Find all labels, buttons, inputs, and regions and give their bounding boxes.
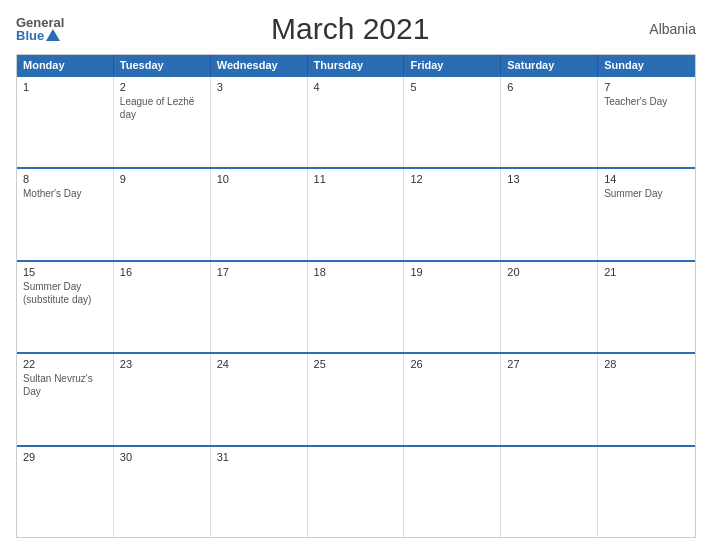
cal-cell-w3-d3: 17 xyxy=(211,262,308,352)
cal-cell-w2-d1: 8Mother's Day xyxy=(17,169,114,259)
day-number: 7 xyxy=(604,81,689,93)
cal-cell-w4-d5: 26 xyxy=(404,354,501,444)
country-label: Albania xyxy=(636,21,696,37)
cal-cell-w3-d7: 21 xyxy=(598,262,695,352)
day-number: 9 xyxy=(120,173,204,185)
day-event: Summer Day xyxy=(604,188,662,199)
cal-cell-w3-d6: 20 xyxy=(501,262,598,352)
day-number: 16 xyxy=(120,266,204,278)
cal-cell-w1-d1: 1 xyxy=(17,77,114,167)
header-saturday: Saturday xyxy=(501,55,598,75)
cal-cell-w4-d6: 27 xyxy=(501,354,598,444)
header-tuesday: Tuesday xyxy=(114,55,211,75)
calendar-week-3: 15Summer Day (substitute day)16171819202… xyxy=(17,260,695,352)
cal-cell-w5-d6 xyxy=(501,447,598,537)
cal-cell-w2-d4: 11 xyxy=(308,169,405,259)
cal-cell-w3-d1: 15Summer Day (substitute day) xyxy=(17,262,114,352)
cal-cell-w1-d4: 4 xyxy=(308,77,405,167)
cal-cell-w2-d2: 9 xyxy=(114,169,211,259)
header: General Blue March 2021 Albania xyxy=(16,12,696,46)
day-number: 13 xyxy=(507,173,591,185)
cal-cell-w3-d4: 18 xyxy=(308,262,405,352)
day-number: 8 xyxy=(23,173,107,185)
day-number: 10 xyxy=(217,173,301,185)
day-number: 5 xyxy=(410,81,494,93)
day-number: 2 xyxy=(120,81,204,93)
day-event: Mother's Day xyxy=(23,188,82,199)
cal-cell-w5-d2: 30 xyxy=(114,447,211,537)
day-number: 30 xyxy=(120,451,204,463)
cal-cell-w2-d7: 14Summer Day xyxy=(598,169,695,259)
day-event: Sultan Nevruz's Day xyxy=(23,373,93,397)
cal-cell-w5-d4 xyxy=(308,447,405,537)
cal-cell-w1-d7: 7Teacher's Day xyxy=(598,77,695,167)
calendar-week-1: 12League of Lezhë day34567Teacher's Day xyxy=(17,75,695,167)
cal-cell-w5-d3: 31 xyxy=(211,447,308,537)
logo: General Blue xyxy=(16,16,64,42)
day-number: 14 xyxy=(604,173,689,185)
day-number: 26 xyxy=(410,358,494,370)
header-wednesday: Wednesday xyxy=(211,55,308,75)
page: General Blue March 2021 Albania Monday T… xyxy=(0,0,712,550)
calendar-body: 12League of Lezhë day34567Teacher's Day8… xyxy=(17,75,695,537)
day-number: 15 xyxy=(23,266,107,278)
day-number: 27 xyxy=(507,358,591,370)
cal-cell-w4-d4: 25 xyxy=(308,354,405,444)
cal-cell-w5-d7 xyxy=(598,447,695,537)
cal-cell-w1-d3: 3 xyxy=(211,77,308,167)
day-number: 24 xyxy=(217,358,301,370)
cal-cell-w2-d5: 12 xyxy=(404,169,501,259)
day-event: League of Lezhë day xyxy=(120,96,195,120)
day-number: 21 xyxy=(604,266,689,278)
cal-cell-w4-d2: 23 xyxy=(114,354,211,444)
cal-cell-w1-d5: 5 xyxy=(404,77,501,167)
header-thursday: Thursday xyxy=(308,55,405,75)
logo-triangle-icon xyxy=(46,29,60,41)
cal-cell-w4-d7: 28 xyxy=(598,354,695,444)
day-number: 25 xyxy=(314,358,398,370)
header-monday: Monday xyxy=(17,55,114,75)
cal-cell-w4-d3: 24 xyxy=(211,354,308,444)
day-number: 3 xyxy=(217,81,301,93)
logo-blue-text: Blue xyxy=(16,29,64,42)
day-number: 6 xyxy=(507,81,591,93)
day-number: 31 xyxy=(217,451,301,463)
cal-cell-w4-d1: 22Sultan Nevruz's Day xyxy=(17,354,114,444)
calendar: Monday Tuesday Wednesday Thursday Friday… xyxy=(16,54,696,538)
cal-cell-w2-d3: 10 xyxy=(211,169,308,259)
cal-cell-w2-d6: 13 xyxy=(501,169,598,259)
cal-cell-w5-d5 xyxy=(404,447,501,537)
day-number: 17 xyxy=(217,266,301,278)
header-sunday: Sunday xyxy=(598,55,695,75)
day-number: 23 xyxy=(120,358,204,370)
cal-cell-w3-d2: 16 xyxy=(114,262,211,352)
calendar-header: Monday Tuesday Wednesday Thursday Friday… xyxy=(17,55,695,75)
day-number: 29 xyxy=(23,451,107,463)
day-number: 12 xyxy=(410,173,494,185)
day-number: 18 xyxy=(314,266,398,278)
day-number: 19 xyxy=(410,266,494,278)
day-number: 1 xyxy=(23,81,107,93)
calendar-week-5: 293031 xyxy=(17,445,695,537)
day-event: Summer Day (substitute day) xyxy=(23,281,91,305)
day-number: 22 xyxy=(23,358,107,370)
calendar-week-2: 8Mother's Day91011121314Summer Day xyxy=(17,167,695,259)
cal-cell-w1-d6: 6 xyxy=(501,77,598,167)
day-number: 11 xyxy=(314,173,398,185)
calendar-week-4: 22Sultan Nevruz's Day232425262728 xyxy=(17,352,695,444)
day-number: 20 xyxy=(507,266,591,278)
cal-cell-w3-d5: 19 xyxy=(404,262,501,352)
cal-cell-w1-d2: 2League of Lezhë day xyxy=(114,77,211,167)
day-number: 4 xyxy=(314,81,398,93)
header-friday: Friday xyxy=(404,55,501,75)
day-event: Teacher's Day xyxy=(604,96,667,107)
calendar-title: March 2021 xyxy=(64,12,636,46)
cal-cell-w5-d1: 29 xyxy=(17,447,114,537)
day-number: 28 xyxy=(604,358,689,370)
